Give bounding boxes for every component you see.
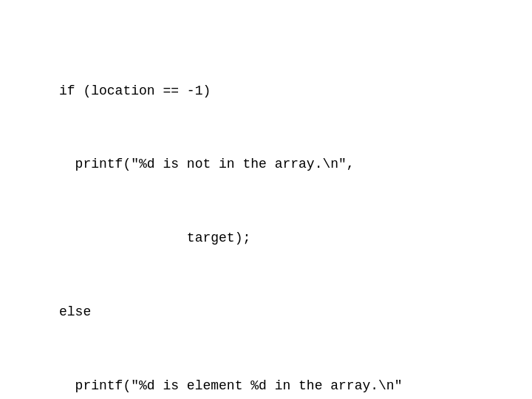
code-display: if (location == -1) printf("%d is not in… xyxy=(0,0,402,399)
code-line-1: if (location == -1) xyxy=(59,79,402,103)
code-line-2: printf("%d is not in the array.\n", xyxy=(59,152,402,177)
code-line-3: target); xyxy=(59,226,402,250)
code-line-4: else xyxy=(59,300,402,324)
code-line-5: printf("%d is element %d in the array.\n… xyxy=(59,374,402,398)
